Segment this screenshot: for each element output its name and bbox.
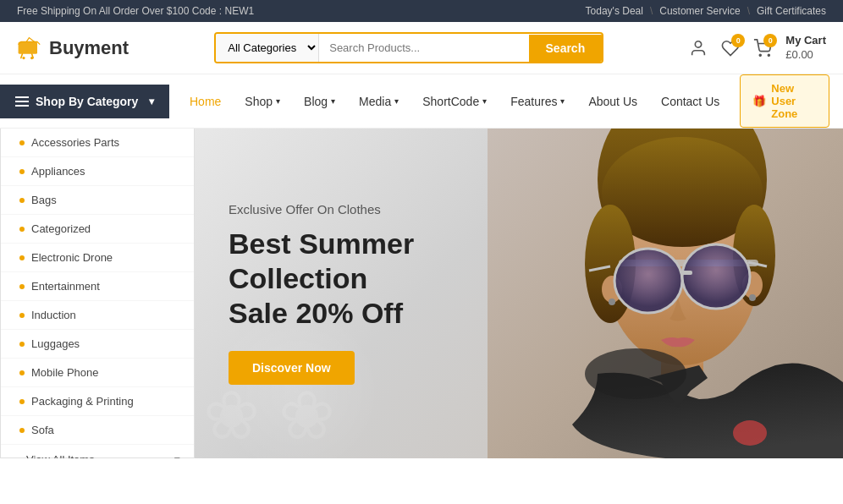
bullet-icon <box>19 140 25 145</box>
hero-text: Exclusive Offer On Clothes Best Summer C… <box>195 168 533 418</box>
header: Buyment All Categories Search 0 <box>0 22 843 74</box>
bullet-icon <box>19 169 25 174</box>
category-panel: Accessories Parts Appliances Bags Catego… <box>0 129 195 458</box>
customer-service-link[interactable]: Customer Service <box>659 5 740 17</box>
gift-icon: 🎁 <box>752 95 766 107</box>
logo-cart-icon <box>17 36 44 60</box>
category-electronic-drone[interactable]: Electronic Drone <box>1 244 194 272</box>
nav-shortcode[interactable]: ShortCode ▾ <box>410 85 499 118</box>
search-input[interactable] <box>319 35 528 61</box>
nav-features[interactable]: Features ▾ <box>499 85 576 118</box>
category-appliances[interactable]: Appliances <box>1 157 194 186</box>
svg-point-23 <box>585 348 686 399</box>
bullet-icon <box>19 342 25 347</box>
hero-banner: ❀ ❀ Exclusive Offer On Clothes Best Summ… <box>195 129 843 458</box>
category-induction[interactable]: Induction <box>1 301 194 330</box>
cart-price: £0.00 <box>785 48 826 63</box>
svg-rect-0 <box>19 41 37 53</box>
category-packaging[interactable]: Packaging & Printing <box>1 387 194 416</box>
shipping-text: Free Shipping On All Order Over $100 Cod… <box>17 5 254 17</box>
svg-point-19 <box>682 244 750 309</box>
chevron-down-icon: ▾ <box>560 96 565 106</box>
account-button[interactable] <box>689 39 708 58</box>
header-right: 0 0 My Cart £0.00 <box>689 34 826 63</box>
nav-shop[interactable]: Shop ▾ <box>233 85 292 118</box>
model-image <box>488 129 843 458</box>
svg-point-24 <box>733 420 767 446</box>
category-accessories[interactable]: Accessories Parts <box>1 129 194 157</box>
nav-home[interactable]: Home <box>178 85 233 118</box>
bullet-icon <box>19 255 25 260</box>
nav-blog[interactable]: Blog ▾ <box>292 85 347 118</box>
chevron-down-icon: ▾ <box>482 96 487 106</box>
category-mobile-phone[interactable]: Mobile Phone <box>1 359 194 387</box>
svg-rect-20 <box>680 271 692 275</box>
main-content: Accessories Parts Appliances Bags Catego… <box>0 129 843 458</box>
hero-title-line2: Sale 20% Off <box>229 297 403 329</box>
search-bar: All Categories Search <box>214 32 603 63</box>
chevron-down-icon: ▾ <box>149 96 154 107</box>
search-button[interactable]: Search <box>529 35 603 62</box>
account-icon <box>689 39 708 58</box>
bullet-icon <box>19 284 25 289</box>
todays-deal-link[interactable]: Today's Deal <box>586 5 643 17</box>
category-sofa[interactable]: Sofa <box>1 416 194 445</box>
category-categorized[interactable]: Categorized <box>1 215 194 244</box>
nav-links: Home Shop ▾ Blog ▾ Media ▾ ShortCode ▾ F… <box>169 85 740 118</box>
view-all-items[interactable]: View All Items ▾ <box>1 445 194 458</box>
svg-point-3 <box>696 41 702 47</box>
svg-point-2 <box>30 57 33 59</box>
bullet-icon <box>19 370 25 375</box>
hero-title: Best Summer Collection Sale 20% Off <box>229 227 499 330</box>
category-luggages[interactable]: Luggages <box>1 330 194 359</box>
category-select[interactable]: All Categories <box>216 34 319 62</box>
new-user-zone-label: New User Zone <box>771 82 817 120</box>
nav-about[interactable]: About Us <box>576 85 649 118</box>
bullet-icon <box>19 227 25 232</box>
discover-now-button[interactable]: Discover Now <box>229 351 355 385</box>
top-bar: Free Shipping On All Order Over $100 Cod… <box>0 0 843 22</box>
svg-point-1 <box>22 57 25 59</box>
new-user-zone-button[interactable]: 🎁 New User Zone <box>740 74 829 128</box>
top-bar-right: Today's Deal \ Customer Service \ Gift C… <box>586 5 826 17</box>
cart-label: My Cart <box>785 34 826 48</box>
svg-point-18 <box>614 249 682 313</box>
nav-media[interactable]: Media ▾ <box>347 85 410 118</box>
navbar: Shop By Category ▾ Home Shop ▾ Blog ▾ Me… <box>0 74 843 129</box>
bullet-icon <box>19 428 25 433</box>
model-svg <box>488 129 843 458</box>
chevron-down-icon: ▾ <box>394 96 399 106</box>
gift-certificates-link[interactable]: Gift Certificates <box>757 5 826 17</box>
hamburger-icon <box>15 96 29 107</box>
chevron-down-icon: ▾ <box>174 453 180 458</box>
category-entertainment[interactable]: Entertainment <box>1 272 194 301</box>
svg-point-4 <box>760 54 762 56</box>
shop-by-category-label: Shop By Category <box>36 95 138 108</box>
chevron-down-icon: ▾ <box>276 96 280 106</box>
category-bags[interactable]: Bags <box>1 186 194 215</box>
logo-text: Buyment <box>49 37 129 59</box>
bullet-icon <box>19 198 25 203</box>
shop-by-category-button[interactable]: Shop By Category ▾ <box>0 85 169 118</box>
logo[interactable]: Buyment <box>17 36 129 60</box>
cart-badge: 0 <box>763 34 777 47</box>
svg-point-5 <box>769 54 770 56</box>
chevron-down-icon: ▾ <box>331 96 335 106</box>
cart-info: My Cart £0.00 <box>785 34 826 63</box>
wishlist-button[interactable]: 0 <box>721 39 740 58</box>
hero-subtitle: Exclusive Offer On Clothes <box>229 202 499 216</box>
hero-title-line1: Best Summer Collection <box>229 227 414 294</box>
svg-point-15 <box>609 299 615 305</box>
svg-point-16 <box>749 294 756 301</box>
wishlist-badge: 0 <box>731 34 745 47</box>
nav-contact[interactable]: Contact Us <box>649 85 731 118</box>
bullet-icon <box>19 313 25 318</box>
bullet-icon <box>19 399 25 404</box>
cart-button[interactable]: 0 <box>753 39 772 58</box>
